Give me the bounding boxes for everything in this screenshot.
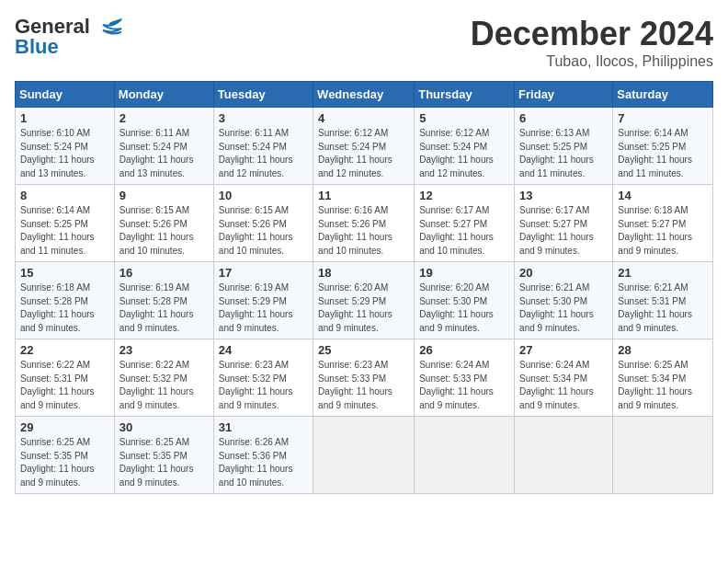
day-number: 29 — [20, 420, 109, 434]
table-cell: 1Sunrise: 6:10 AM Sunset: 5:24 PM Daylig… — [16, 108, 115, 185]
table-cell: 14Sunrise: 6:18 AM Sunset: 5:27 PM Dayli… — [613, 185, 713, 262]
col-tuesday: Tuesday — [213, 82, 313, 108]
table-cell — [313, 417, 415, 494]
day-info: Sunrise: 6:13 AM Sunset: 5:25 PM Dayligh… — [519, 127, 608, 180]
day-info: Sunrise: 6:18 AM Sunset: 5:28 PM Dayligh… — [20, 282, 109, 335]
table-cell: 11Sunrise: 6:16 AM Sunset: 5:26 PM Dayli… — [313, 185, 415, 262]
table-cell: 19Sunrise: 6:20 AM Sunset: 5:30 PM Dayli… — [415, 262, 515, 339]
day-number: 2 — [119, 111, 209, 125]
location: Tubao, Ilocos, Philippines — [471, 53, 713, 70]
day-number: 20 — [519, 266, 608, 280]
day-number: 25 — [318, 343, 409, 357]
day-info: Sunrise: 6:11 AM Sunset: 5:24 PM Dayligh… — [119, 127, 209, 180]
day-info: Sunrise: 6:21 AM Sunset: 5:31 PM Dayligh… — [618, 282, 708, 335]
table-cell: 21Sunrise: 6:21 AM Sunset: 5:31 PM Dayli… — [613, 262, 713, 339]
table-cell: 25Sunrise: 6:23 AM Sunset: 5:33 PM Dayli… — [313, 339, 415, 417]
day-info: Sunrise: 6:15 AM Sunset: 5:26 PM Dayligh… — [119, 204, 209, 258]
day-number: 23 — [119, 343, 209, 357]
day-info: Sunrise: 6:11 AM Sunset: 5:24 PM Dayligh… — [219, 127, 308, 180]
day-info: Sunrise: 6:21 AM Sunset: 5:30 PM Dayligh… — [519, 282, 608, 335]
day-number: 31 — [219, 420, 308, 434]
day-number: 13 — [519, 189, 608, 202]
table-cell: 27Sunrise: 6:24 AM Sunset: 5:34 PM Dayli… — [515, 339, 613, 417]
table-cell — [515, 417, 613, 494]
logo: General Blue — [15, 15, 123, 59]
day-number: 4 — [318, 111, 409, 125]
day-info: Sunrise: 6:17 AM Sunset: 5:27 PM Dayligh… — [519, 204, 608, 258]
day-number: 14 — [618, 189, 708, 202]
table-cell: 3Sunrise: 6:11 AM Sunset: 5:24 PM Daylig… — [213, 108, 313, 185]
day-info: Sunrise: 6:18 AM Sunset: 5:27 PM Dayligh… — [618, 204, 708, 258]
day-number: 30 — [119, 420, 209, 434]
col-sunday: Sunday — [16, 82, 115, 108]
day-number: 17 — [219, 266, 308, 280]
day-info: Sunrise: 6:25 AM Sunset: 5:35 PM Dayligh… — [119, 436, 209, 489]
day-info: Sunrise: 6:10 AM Sunset: 5:24 PM Dayligh… — [20, 127, 109, 180]
day-number: 22 — [20, 343, 109, 357]
day-number: 5 — [419, 111, 509, 125]
logo-blue: Blue — [15, 35, 59, 59]
day-info: Sunrise: 6:25 AM Sunset: 5:35 PM Dayligh… — [20, 436, 109, 489]
day-number: 7 — [618, 111, 708, 125]
day-info: Sunrise: 6:24 AM Sunset: 5:33 PM Dayligh… — [419, 359, 509, 412]
day-info: Sunrise: 6:20 AM Sunset: 5:29 PM Dayligh… — [318, 282, 409, 335]
day-info: Sunrise: 6:19 AM Sunset: 5:28 PM Dayligh… — [119, 282, 209, 335]
table-cell: 5Sunrise: 6:12 AM Sunset: 5:24 PM Daylig… — [415, 108, 515, 185]
day-number: 10 — [219, 189, 308, 202]
table-cell: 10Sunrise: 6:15 AM Sunset: 5:26 PM Dayli… — [213, 185, 313, 262]
day-info: Sunrise: 6:12 AM Sunset: 5:24 PM Dayligh… — [318, 127, 409, 180]
table-cell: 2Sunrise: 6:11 AM Sunset: 5:24 PM Daylig… — [114, 108, 213, 185]
table-cell: 24Sunrise: 6:23 AM Sunset: 5:32 PM Dayli… — [213, 339, 313, 417]
table-cell: 9Sunrise: 6:15 AM Sunset: 5:26 PM Daylig… — [114, 185, 213, 262]
day-info: Sunrise: 6:14 AM Sunset: 5:25 PM Dayligh… — [618, 127, 708, 180]
day-info: Sunrise: 6:15 AM Sunset: 5:26 PM Dayligh… — [219, 204, 308, 258]
table-cell: 29Sunrise: 6:25 AM Sunset: 5:35 PM Dayli… — [16, 417, 115, 494]
day-info: Sunrise: 6:26 AM Sunset: 5:36 PM Dayligh… — [219, 436, 308, 489]
day-info: Sunrise: 6:24 AM Sunset: 5:34 PM Dayligh… — [519, 359, 608, 412]
day-info: Sunrise: 6:14 AM Sunset: 5:25 PM Dayligh… — [20, 204, 109, 258]
day-number: 26 — [419, 343, 509, 357]
table-cell: 30Sunrise: 6:25 AM Sunset: 5:35 PM Dayli… — [114, 417, 213, 494]
col-saturday: Saturday — [613, 82, 713, 108]
day-number: 24 — [219, 343, 308, 357]
col-wednesday: Wednesday — [313, 82, 415, 108]
title-block: December 2024 Tubao, Ilocos, Philippines — [471, 15, 713, 70]
week-row-2: 8Sunrise: 6:14 AM Sunset: 5:25 PM Daylig… — [16, 185, 713, 262]
day-number: 21 — [618, 266, 708, 280]
table-cell: 28Sunrise: 6:25 AM Sunset: 5:34 PM Dayli… — [613, 339, 713, 417]
logo-bird-icon — [96, 17, 123, 38]
week-row-5: 29Sunrise: 6:25 AM Sunset: 5:35 PM Dayli… — [16, 417, 713, 494]
day-number: 28 — [618, 343, 708, 357]
calendar-table: Sunday Monday Tuesday Wednesday Thursday… — [15, 81, 713, 494]
day-number: 18 — [318, 266, 409, 280]
table-cell: 12Sunrise: 6:17 AM Sunset: 5:27 PM Dayli… — [415, 185, 515, 262]
table-cell: 13Sunrise: 6:17 AM Sunset: 5:27 PM Dayli… — [515, 185, 613, 262]
day-info: Sunrise: 6:22 AM Sunset: 5:31 PM Dayligh… — [20, 359, 109, 412]
day-number: 11 — [318, 189, 409, 202]
table-cell: 22Sunrise: 6:22 AM Sunset: 5:31 PM Dayli… — [16, 339, 115, 417]
day-number: 8 — [20, 189, 109, 202]
table-cell: 26Sunrise: 6:24 AM Sunset: 5:33 PM Dayli… — [415, 339, 515, 417]
table-cell — [415, 417, 515, 494]
day-number: 12 — [419, 189, 509, 202]
table-cell: 18Sunrise: 6:20 AM Sunset: 5:29 PM Dayli… — [313, 262, 415, 339]
day-number: 15 — [20, 266, 109, 280]
day-info: Sunrise: 6:20 AM Sunset: 5:30 PM Dayligh… — [419, 282, 509, 335]
month-title: December 2024 — [471, 15, 713, 53]
day-info: Sunrise: 6:22 AM Sunset: 5:32 PM Dayligh… — [119, 359, 209, 412]
col-thursday: Thursday — [415, 82, 515, 108]
table-cell: 4Sunrise: 6:12 AM Sunset: 5:24 PM Daylig… — [313, 108, 415, 185]
day-info: Sunrise: 6:17 AM Sunset: 5:27 PM Dayligh… — [419, 204, 509, 258]
table-cell: 20Sunrise: 6:21 AM Sunset: 5:30 PM Dayli… — [515, 262, 613, 339]
calendar-header-row: Sunday Monday Tuesday Wednesday Thursday… — [16, 82, 713, 108]
week-row-4: 22Sunrise: 6:22 AM Sunset: 5:31 PM Dayli… — [16, 339, 713, 417]
day-number: 6 — [519, 111, 608, 125]
table-cell: 6Sunrise: 6:13 AM Sunset: 5:25 PM Daylig… — [515, 108, 613, 185]
table-cell — [613, 417, 713, 494]
day-info: Sunrise: 6:12 AM Sunset: 5:24 PM Dayligh… — [419, 127, 509, 180]
table-cell: 23Sunrise: 6:22 AM Sunset: 5:32 PM Dayli… — [114, 339, 213, 417]
col-monday: Monday — [114, 82, 213, 108]
day-number: 27 — [519, 343, 608, 357]
table-cell: 8Sunrise: 6:14 AM Sunset: 5:25 PM Daylig… — [16, 185, 115, 262]
day-number: 1 — [20, 111, 109, 125]
